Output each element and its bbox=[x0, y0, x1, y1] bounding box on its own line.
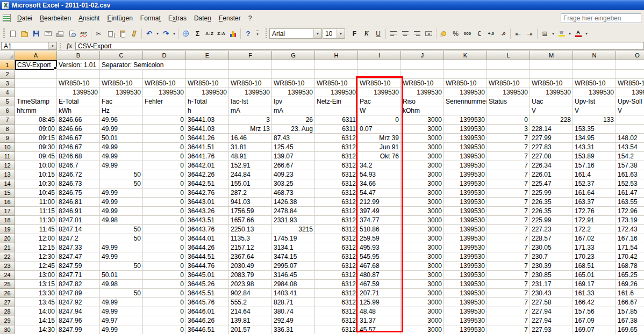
cell-D7[interactable]: 0 bbox=[143, 115, 186, 125]
cell-E29[interactable]: 36446.26 bbox=[186, 316, 229, 325]
cell-N24[interactable]: 165.01 bbox=[573, 271, 616, 280]
cell-I26[interactable]: 207.71 bbox=[358, 289, 401, 298]
menu-datei[interactable]: Datei bbox=[13, 13, 36, 24]
cell-I8[interactable]: 0.07 bbox=[358, 125, 401, 134]
cell-A17[interactable]: 11:15 bbox=[15, 207, 57, 216]
cell-O8[interactable] bbox=[616, 125, 644, 134]
cell-K24[interactable]: 1399530 bbox=[444, 271, 487, 280]
cell-D17[interactable]: 0 bbox=[143, 207, 186, 216]
cell-H23[interactable]: 6312 bbox=[315, 262, 358, 271]
cell-N11[interactable]: 153.89 bbox=[573, 152, 616, 161]
cell-N7[interactable]: 133 bbox=[573, 115, 616, 125]
cell-K1[interactable] bbox=[444, 60, 487, 70]
cell-O20[interactable]: 167.16 bbox=[616, 234, 644, 243]
column-header-O[interactable]: O bbox=[616, 51, 644, 60]
cell-N27[interactable]: 166.42 bbox=[573, 298, 616, 307]
font-name-dropdown[interactable]: ▾ bbox=[313, 29, 321, 38]
row-header-23[interactable]: 23 bbox=[0, 262, 15, 271]
cell-E22[interactable]: 36444.51 bbox=[186, 252, 229, 262]
cell-N3[interactable]: WR850-10 bbox=[573, 79, 616, 88]
cell-K2[interactable] bbox=[444, 70, 487, 79]
cell-O27[interactable]: 166.67 bbox=[616, 298, 644, 307]
cell-H17[interactable]: 6312 bbox=[315, 207, 358, 216]
select-all-corner[interactable] bbox=[0, 51, 15, 60]
cell-M19[interactable]: 227.23 bbox=[530, 225, 573, 234]
cell-C17[interactable]: 49.99 bbox=[100, 207, 143, 216]
column-header-L[interactable]: L bbox=[487, 51, 530, 60]
cell-L19[interactable]: 7 bbox=[487, 225, 530, 234]
cell-A19[interactable]: 11:45 bbox=[15, 225, 57, 234]
cell-G8[interactable]: 23. Aug bbox=[272, 125, 315, 134]
copy-button[interactable] bbox=[105, 28, 116, 39]
cell-F5[interactable]: Iac-Ist bbox=[229, 97, 272, 106]
font-color-button[interactable]: A bbox=[573, 28, 584, 39]
cell-D27[interactable]: 0 bbox=[143, 298, 186, 307]
currency-button[interactable] bbox=[438, 28, 449, 39]
cell-L3[interactable]: WR850-10 bbox=[487, 79, 530, 88]
cell-J7[interactable]: 3000 bbox=[401, 115, 444, 125]
cell-A13[interactable]: 10:15 bbox=[15, 170, 57, 179]
cell-F23[interactable]: 2030.49 bbox=[229, 262, 272, 271]
cell-B22[interactable]: 8247.47 bbox=[57, 252, 100, 262]
open-button[interactable] bbox=[19, 28, 30, 39]
cell-A30[interactable]: 14:30 bbox=[15, 325, 57, 334]
row-header-20[interactable]: 20 bbox=[0, 234, 15, 243]
cell-C1[interactable]: Separator: Semicolon bbox=[100, 60, 143, 70]
cell-O6[interactable]: V bbox=[616, 106, 644, 115]
cell-E18[interactable]: 36443.51 bbox=[186, 216, 229, 225]
cell-I9[interactable]: Mrz 39 bbox=[358, 134, 401, 143]
row-header-9[interactable]: 9 bbox=[0, 134, 15, 143]
cell-A1[interactable]: CSV-Export bbox=[15, 60, 57, 70]
cell-H27[interactable]: 6312 bbox=[315, 298, 358, 307]
new-document-button[interactable] bbox=[7, 28, 18, 39]
cell-M16[interactable]: 226.35 bbox=[530, 198, 573, 207]
cell-C16[interactable]: 49.99 bbox=[100, 198, 143, 207]
cell-C28[interactable]: 49.99 bbox=[100, 307, 143, 316]
cell-O19[interactable]: 172.43 bbox=[616, 225, 644, 234]
cell-B1[interactable]: Version: 1.01 bbox=[57, 60, 100, 70]
cell-K13[interactable]: 1399530 bbox=[444, 170, 487, 179]
cell-B2[interactable] bbox=[57, 70, 100, 79]
cell-G22[interactable]: 3474.15 bbox=[272, 252, 315, 262]
cell-G19[interactable]: 3215 bbox=[272, 225, 315, 234]
cell-H20[interactable]: 6312 bbox=[315, 234, 358, 243]
cell-B13[interactable]: 8246.72 bbox=[57, 170, 100, 179]
cell-E25[interactable]: 36445.26 bbox=[186, 280, 229, 289]
cell-G26[interactable]: 1403.41 bbox=[272, 289, 315, 298]
cell-H21[interactable]: 6312 bbox=[315, 243, 358, 252]
cell-B30[interactable]: 8247.99 bbox=[57, 325, 100, 334]
underline-button[interactable]: U bbox=[373, 28, 384, 39]
menu-daten[interactable]: Daten bbox=[190, 13, 215, 24]
cell-J17[interactable]: 3000 bbox=[401, 207, 444, 216]
cell-E4[interactable]: 1399530 bbox=[186, 88, 229, 97]
name-box[interactable]: A1 ▾ bbox=[1, 42, 57, 50]
cell-C8[interactable]: 49.99 bbox=[100, 125, 143, 134]
cell-C22[interactable]: 49.99 bbox=[100, 252, 143, 262]
row-header-29[interactable]: 29 bbox=[0, 316, 15, 325]
cell-M29[interactable]: 227.94 bbox=[530, 316, 573, 325]
cell-F8[interactable]: Mrz 13 bbox=[229, 125, 272, 134]
cell-J1[interactable] bbox=[401, 60, 444, 70]
cell-D5[interactable]: Fehler bbox=[143, 97, 186, 106]
decrease-indent-button[interactable]: ⇤ bbox=[512, 28, 524, 39]
cell-M12[interactable]: 226.34 bbox=[530, 161, 573, 170]
cell-L12[interactable]: 7 bbox=[487, 161, 530, 170]
cell-A11[interactable]: 09:45 bbox=[15, 152, 57, 161]
decrease-decimal-button[interactable]: -,0 bbox=[497, 28, 509, 39]
cell-E1[interactable] bbox=[186, 60, 229, 70]
cell-G14[interactable]: 303.25 bbox=[272, 179, 315, 188]
cell-K16[interactable]: 1399530 bbox=[444, 198, 487, 207]
cell-L17[interactable]: 7 bbox=[487, 207, 530, 216]
cell-D12[interactable]: 0 bbox=[143, 161, 186, 170]
column-header-A[interactable]: A bbox=[15, 51, 57, 60]
cell-C25[interactable]: 49.98 bbox=[100, 280, 143, 289]
cell-L4[interactable]: 1399530 bbox=[487, 88, 530, 97]
cell-G25[interactable]: 2984.08 bbox=[272, 280, 315, 289]
cell-I21[interactable]: 495.93 bbox=[358, 243, 401, 252]
cell-N29[interactable]: 167.09 bbox=[573, 316, 616, 325]
cell-N13[interactable]: 161.4 bbox=[573, 170, 616, 179]
cell-K14[interactable]: 1399530 bbox=[444, 179, 487, 188]
cell-O5[interactable]: Upv-Soll bbox=[616, 97, 644, 106]
cell-N18[interactable]: 172.91 bbox=[573, 216, 616, 225]
cell-I6[interactable]: W bbox=[358, 106, 401, 115]
